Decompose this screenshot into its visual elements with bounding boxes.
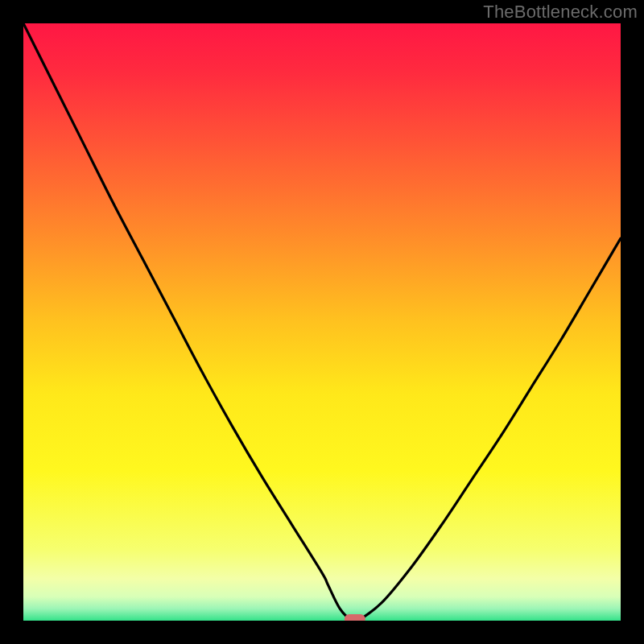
bottleneck-chart [23, 23, 621, 621]
plot-area [23, 23, 621, 621]
optimal-marker [345, 614, 365, 621]
watermark-text: TheBottleneck.com [483, 2, 638, 23]
gradient-background [23, 23, 621, 621]
chart-frame: TheBottleneck.com [0, 0, 644, 644]
